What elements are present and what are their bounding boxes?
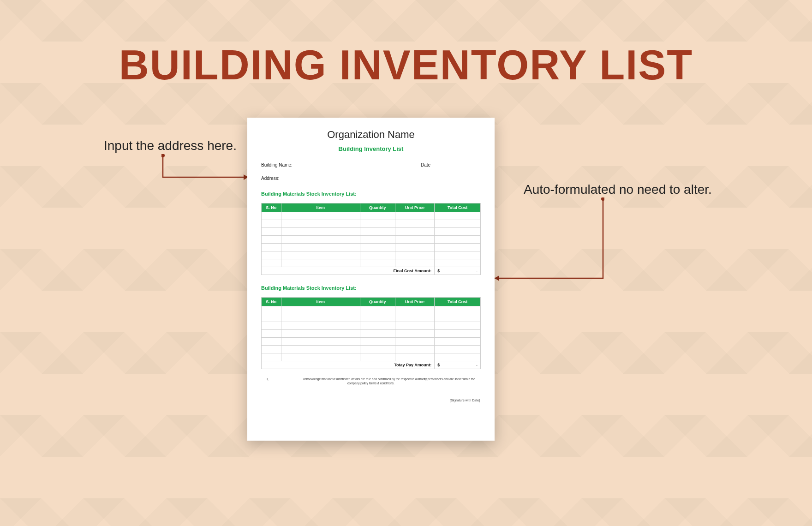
table-cell[interactable]	[395, 220, 435, 228]
table-row	[262, 228, 481, 236]
table-cell[interactable]	[435, 236, 481, 244]
table-cell[interactable]	[395, 244, 435, 251]
table-cell[interactable]	[435, 244, 481, 251]
table-cell[interactable]	[435, 353, 481, 361]
table-cell[interactable]	[281, 259, 360, 267]
table-cell[interactable]	[262, 314, 281, 322]
table-cell[interactable]	[435, 314, 481, 322]
table-cell[interactable]	[262, 228, 281, 236]
table-row	[262, 322, 481, 330]
table-cell[interactable]	[360, 306, 395, 314]
table-cell[interactable]	[360, 330, 395, 338]
callout-address: Input the address here.	[104, 138, 237, 153]
table-cell[interactable]	[360, 220, 395, 228]
table-cell[interactable]	[360, 236, 395, 244]
table-cell[interactable]	[395, 212, 435, 220]
table-cell[interactable]	[281, 220, 360, 228]
table-cell[interactable]	[435, 306, 481, 314]
table-cell[interactable]	[395, 322, 435, 330]
table-cell[interactable]	[395, 236, 435, 244]
col-price-2: Unit Price	[395, 298, 435, 306]
table-cell[interactable]	[262, 353, 281, 361]
table-cell[interactable]	[262, 322, 281, 330]
decl-line2: company policy terms & conditions.	[261, 382, 481, 385]
table-cell[interactable]	[262, 236, 281, 244]
table-row	[262, 314, 481, 322]
table-cell[interactable]	[281, 322, 360, 330]
table-cell[interactable]	[281, 251, 360, 259]
total-pay-label: Totay Pay Amount:	[262, 361, 435, 369]
table-cell[interactable]	[435, 212, 481, 220]
table-cell[interactable]	[281, 330, 360, 338]
page-title: BUILDING INVENTORY LIST	[0, 42, 812, 89]
table-row	[262, 330, 481, 338]
table-cell[interactable]	[395, 314, 435, 322]
table-cell[interactable]	[262, 346, 281, 353]
table-cell[interactable]	[360, 228, 395, 236]
table-cell[interactable]	[395, 251, 435, 259]
doc-subtitle: Building Inventory List	[261, 145, 481, 152]
arrow-left-icon	[161, 154, 254, 182]
table-cell[interactable]	[395, 228, 435, 236]
table-cell[interactable]	[281, 338, 360, 346]
table-cell[interactable]	[360, 353, 395, 361]
table-cell[interactable]	[262, 244, 281, 251]
table-cell[interactable]	[435, 322, 481, 330]
col-total-2: Total Cost	[435, 298, 481, 306]
table-row	[262, 244, 481, 251]
table-cell[interactable]	[360, 338, 395, 346]
col-sno-2: S. No	[262, 298, 281, 306]
table-cell[interactable]	[262, 212, 281, 220]
table-cell[interactable]	[395, 338, 435, 346]
table-cell[interactable]	[281, 236, 360, 244]
table-cell[interactable]	[262, 306, 281, 314]
table-cell[interactable]	[395, 259, 435, 267]
currency-symbol-2: $	[437, 363, 440, 367]
table-cell[interactable]	[360, 244, 395, 251]
table-cell[interactable]	[262, 259, 281, 267]
table-cell[interactable]	[360, 314, 395, 322]
table-cell[interactable]	[262, 251, 281, 259]
table-cell[interactable]	[262, 338, 281, 346]
signature-blank	[269, 377, 302, 380]
table-cell[interactable]	[435, 251, 481, 259]
table-cell[interactable]	[262, 330, 281, 338]
table-cell[interactable]	[395, 306, 435, 314]
table-cell[interactable]	[281, 244, 360, 251]
inventory-table-1: S. No Item Quantity Unit Price Total Cos…	[261, 203, 481, 275]
table-cell[interactable]	[281, 346, 360, 353]
table-row	[262, 353, 481, 361]
table-cell[interactable]	[360, 322, 395, 330]
building-name-label: Building Name:	[261, 162, 421, 167]
table-cell[interactable]	[360, 346, 395, 353]
table-cell[interactable]	[262, 220, 281, 228]
table-cell[interactable]	[281, 314, 360, 322]
value-dash: -	[476, 269, 478, 273]
table-cell[interactable]	[395, 330, 435, 338]
col-price: Unit Price	[395, 203, 435, 212]
table-cell[interactable]	[360, 259, 395, 267]
table-cell[interactable]	[281, 306, 360, 314]
document-preview: Organization Name Building Inventory Lis…	[247, 118, 495, 441]
table-cell[interactable]	[435, 220, 481, 228]
table-cell[interactable]	[435, 259, 481, 267]
table-cell[interactable]	[281, 228, 360, 236]
table-cell[interactable]	[395, 346, 435, 353]
table-row	[262, 346, 481, 353]
signature-label: [Signature with Date]	[261, 399, 481, 402]
col-qty-2: Quantity	[360, 298, 395, 306]
table-cell[interactable]	[360, 251, 395, 259]
table-row	[262, 259, 481, 267]
table-cell[interactable]	[435, 346, 481, 353]
table-cell[interactable]	[281, 212, 360, 220]
table-cell[interactable]	[435, 228, 481, 236]
table-cell[interactable]	[435, 330, 481, 338]
table-cell[interactable]	[281, 353, 360, 361]
fields-row-2: Address:	[261, 176, 481, 181]
table-row	[262, 306, 481, 314]
table-cell[interactable]	[360, 212, 395, 220]
address-label: Address:	[261, 176, 481, 181]
table-cell[interactable]	[435, 338, 481, 346]
table-cell[interactable]	[395, 353, 435, 361]
table2-footer: Totay Pay Amount: $ -	[262, 361, 481, 369]
